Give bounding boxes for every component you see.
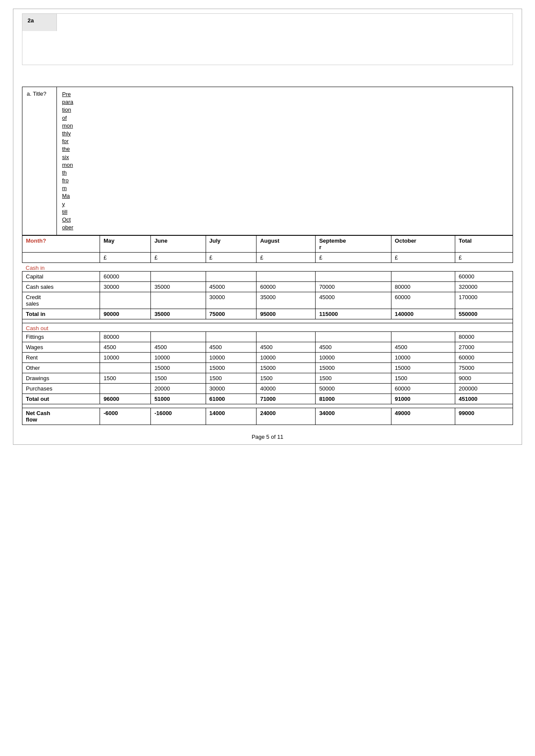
cash-out-label: Cash out <box>22 323 513 332</box>
wages-total: 27000 <box>455 342 513 353</box>
totalin-oct: 140000 <box>391 309 455 319</box>
capital-june <box>151 272 206 282</box>
col-september: September <box>316 236 391 253</box>
row-label-other: Other <box>22 363 100 373</box>
currency-row: £ £ £ £ £ £ £ <box>22 253 513 263</box>
table-row: Rent 10000 10000 10000 10000 10000 10000… <box>22 353 513 363</box>
drawings-sep: 1500 <box>316 373 391 384</box>
wages-sep: 4500 <box>316 342 391 353</box>
rent-june: 10000 <box>151 353 206 363</box>
other-june: 15000 <box>151 363 206 373</box>
creditsales-may <box>100 292 151 309</box>
cashsales-oct: 80000 <box>391 282 455 292</box>
row-label-rent: Rent <box>22 353 100 363</box>
capital-oct <box>391 272 455 282</box>
totalout-oct: 91000 <box>391 394 455 404</box>
col-october: October <box>391 236 455 253</box>
col-august: August <box>257 236 316 253</box>
totalout-total: 451000 <box>455 394 513 404</box>
rent-total: 60000 <box>455 353 513 363</box>
rent-july: 10000 <box>206 353 257 363</box>
row-label-cashsales: Cash sales <box>22 282 100 292</box>
wages-july: 4500 <box>206 342 257 353</box>
cash-flow-table: Month? May June July August September Oc… <box>22 235 513 425</box>
row-label-totalin: Total in <box>22 309 100 319</box>
other-aug: 15000 <box>257 363 316 373</box>
fittings-aug <box>257 332 316 342</box>
col-total: Total <box>455 236 513 253</box>
fittings-oct <box>391 332 455 342</box>
capital-total: 60000 <box>455 272 513 282</box>
currency-oct: £ <box>391 253 455 263</box>
wages-aug: 4500 <box>257 342 316 353</box>
row-label-drawings: Drawings <box>22 373 100 384</box>
purchases-may <box>100 384 151 394</box>
table-row: Capital 60000 60000 <box>22 272 513 282</box>
drawings-aug: 1500 <box>257 373 316 384</box>
fittings-sep <box>316 332 391 342</box>
purchases-sep: 50000 <box>316 384 391 394</box>
totalin-total: 550000 <box>455 309 513 319</box>
rent-aug: 10000 <box>257 353 316 363</box>
creditsales-oct: 60000 <box>391 292 455 309</box>
cashsales-june: 35000 <box>151 282 206 292</box>
netcash-july: 14000 <box>206 408 257 425</box>
netcash-may: -6000 <box>100 408 151 425</box>
capital-sep <box>316 272 391 282</box>
col-may: May <box>100 236 151 253</box>
col-month: Month? <box>22 236 100 253</box>
table-row: Wages 4500 4500 4500 4500 4500 4500 2700… <box>22 342 513 353</box>
capital-july <box>206 272 257 282</box>
question-number: 2a <box>22 14 57 31</box>
drawings-may: 1500 <box>100 373 151 384</box>
purchases-oct: 60000 <box>391 384 455 394</box>
total-in-row: Total in 90000 35000 75000 95000 115000 … <box>22 309 513 319</box>
totalout-july: 61000 <box>206 394 257 404</box>
other-total: 75000 <box>455 363 513 373</box>
table-row: Other 15000 15000 15000 15000 15000 7500… <box>22 363 513 373</box>
row-label-purchases: Purchases <box>22 384 100 394</box>
drawings-total: 9000 <box>455 373 513 384</box>
purchases-june: 20000 <box>151 384 206 394</box>
net-cash-flow-row: Net Cashflow -6000 -16000 14000 24000 34… <box>22 408 513 425</box>
cash-in-section-row: Cash in <box>22 263 513 272</box>
table-row: Purchases 20000 30000 40000 50000 60000 … <box>22 384 513 394</box>
table-row: Drawings 1500 1500 1500 1500 1500 1500 9… <box>22 373 513 384</box>
netcash-june: -16000 <box>151 408 206 425</box>
page-number: Page 5 of 11 <box>252 434 284 440</box>
row-label-fittings: Fittings <box>22 332 100 342</box>
drawings-july: 1500 <box>206 373 257 384</box>
totalin-may: 90000 <box>100 309 151 319</box>
creditsales-sep: 45000 <box>316 292 391 309</box>
creditsales-july: 30000 <box>206 292 257 309</box>
currency-august: £ <box>257 253 316 263</box>
purchases-aug: 40000 <box>257 384 316 394</box>
netcash-oct: 49000 <box>391 408 455 425</box>
table-row: Cash sales 30000 35000 45000 60000 70000… <box>22 282 513 292</box>
netcash-aug: 24000 <box>257 408 316 425</box>
spacer <box>22 319 513 323</box>
totalout-may: 96000 <box>100 394 151 404</box>
currency-sep: £ <box>316 253 391 263</box>
totalout-sep: 81000 <box>316 394 391 404</box>
rent-may: 10000 <box>100 353 151 363</box>
purchases-total: 200000 <box>455 384 513 394</box>
rent-sep: 10000 <box>316 353 391 363</box>
capital-may: 60000 <box>100 272 151 282</box>
rent-oct: 10000 <box>391 353 455 363</box>
total-out-row: Total out 96000 51000 61000 71000 81000 … <box>22 394 513 404</box>
other-may <box>100 363 151 373</box>
wages-may: 4500 <box>100 342 151 353</box>
fittings-may: 80000 <box>100 332 151 342</box>
fittings-total: 80000 <box>455 332 513 342</box>
row-label-totalout: Total out <box>22 394 100 404</box>
drawings-june: 1500 <box>151 373 206 384</box>
totalin-june: 35000 <box>151 309 206 319</box>
cashsales-total: 320000 <box>455 282 513 292</box>
cashsales-sep: 70000 <box>316 282 391 292</box>
totalin-july: 75000 <box>206 309 257 319</box>
other-sep: 15000 <box>316 363 391 373</box>
currency-june: £ <box>151 253 206 263</box>
table-header-row: Month? May June July August September Oc… <box>22 236 513 253</box>
totalin-sep: 115000 <box>316 309 391 319</box>
